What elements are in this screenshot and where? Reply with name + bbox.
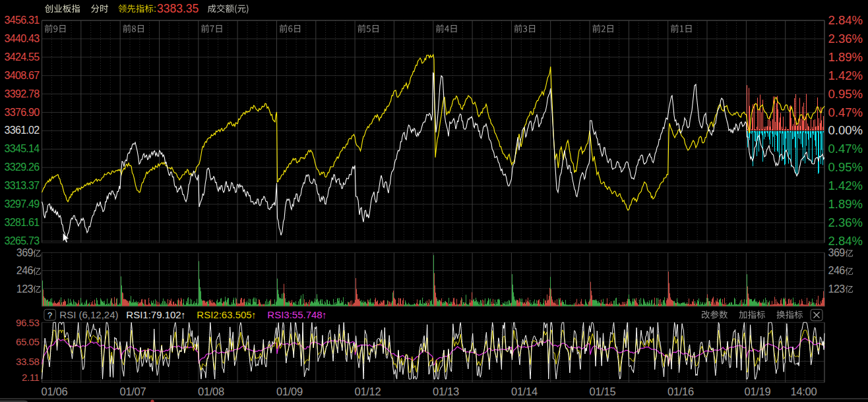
svg-text:246: 246 — [828, 265, 846, 276]
svg-text:65.05: 65.05 — [16, 336, 40, 347]
svg-text:3424.55: 3424.55 — [5, 51, 40, 63]
svg-text:1.89%: 1.89% — [828, 197, 863, 211]
svg-text:01/16: 01/16 — [667, 386, 694, 397]
svg-text:3313.37: 3313.37 — [5, 180, 40, 191]
svg-text:3440.43: 3440.43 — [5, 33, 40, 44]
svg-text:0.00%: 0.00% — [828, 123, 863, 137]
svg-text:3345.14: 3345.14 — [5, 143, 40, 154]
svg-text:369: 369 — [828, 247, 846, 258]
svg-text:2.84%: 2.84% — [828, 234, 863, 248]
svg-text:3383.35: 3383.35 — [157, 2, 199, 15]
svg-text:3265.73: 3265.73 — [5, 235, 40, 246]
svg-text:3376.90: 3376.90 — [5, 107, 40, 118]
svg-text:1.42%: 1.42% — [828, 179, 863, 192]
svg-text:246: 246 — [16, 265, 34, 276]
svg-text:01/15: 01/15 — [590, 386, 616, 397]
svg-text:↑: ↑ — [181, 309, 186, 320]
svg-text:3392.78: 3392.78 — [5, 88, 40, 100]
svg-text:33.58: 33.58 — [16, 356, 40, 367]
svg-text::: : — [154, 3, 156, 14]
svg-text:0.47%: 0.47% — [828, 142, 863, 156]
svg-text:01/06: 01/06 — [42, 386, 68, 397]
svg-text:1.89%: 1.89% — [828, 50, 863, 64]
svg-text:RSI (6,12,24): RSI (6,12,24) — [59, 309, 118, 320]
svg-text:2.11: 2.11 — [22, 372, 40, 383]
svg-text:3408.67: 3408.67 — [5, 70, 40, 81]
svg-text:1.42%: 1.42% — [828, 69, 863, 82]
svg-text:01/14: 01/14 — [511, 386, 538, 397]
svg-text:01/12: 01/12 — [355, 386, 381, 397]
svg-text:↑: ↑ — [251, 309, 257, 320]
svg-text:RSI2:63.505: RSI2:63.505 — [197, 309, 251, 320]
svg-text:3456.31: 3456.31 — [5, 14, 40, 26]
svg-text:3297.49: 3297.49 — [5, 198, 40, 210]
svg-text:0.47%: 0.47% — [828, 105, 863, 119]
svg-text:01/19: 01/19 — [745, 386, 771, 397]
svg-text:123: 123 — [16, 283, 34, 295]
svg-text:RSI3:55.748: RSI3:55.748 — [267, 309, 322, 320]
svg-text:?: ? — [47, 310, 52, 320]
svg-text:↑: ↑ — [322, 309, 327, 320]
svg-text:3281.61: 3281.61 — [5, 217, 40, 228]
svg-text:RSI1:79.102: RSI1:79.102 — [126, 309, 181, 320]
svg-text:123: 123 — [828, 283, 846, 295]
svg-text:01/08: 01/08 — [198, 386, 224, 397]
svg-text:0.95%: 0.95% — [828, 160, 863, 174]
svg-text:14:00: 14:00 — [791, 386, 817, 397]
svg-text:01/07: 01/07 — [120, 386, 146, 397]
svg-text:3329.26: 3329.26 — [5, 161, 40, 173]
svg-text:2.36%: 2.36% — [828, 215, 863, 229]
svg-text:0.95%: 0.95% — [828, 87, 863, 101]
svg-text:2.84%: 2.84% — [828, 13, 863, 27]
svg-text:96.53: 96.53 — [16, 317, 40, 328]
svg-text:01/13: 01/13 — [433, 386, 459, 397]
svg-text:3361.02: 3361.02 — [5, 125, 40, 136]
svg-text:01/09: 01/09 — [276, 386, 303, 397]
svg-text:369: 369 — [16, 247, 34, 258]
svg-text:2.36%: 2.36% — [828, 32, 863, 45]
